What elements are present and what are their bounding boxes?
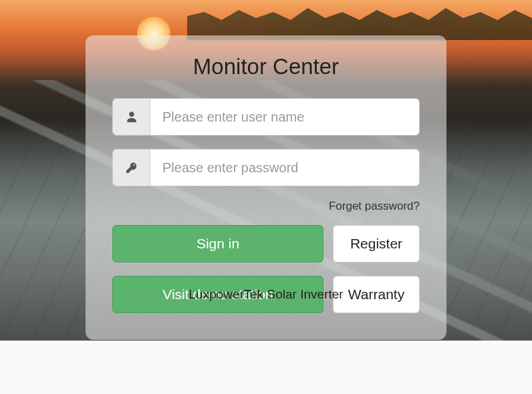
username-input[interactable] xyxy=(150,99,419,135)
register-button[interactable]: Register xyxy=(333,225,420,262)
login-card: Monitor Center Forget password? Sign in … xyxy=(86,35,446,340)
password-group xyxy=(112,149,420,186)
key-icon xyxy=(113,150,150,186)
sign-in-button[interactable]: Sign in xyxy=(112,225,323,262)
warranty-button[interactable]: Warranty xyxy=(333,276,420,313)
username-group xyxy=(112,98,420,136)
background-trees xyxy=(187,0,532,40)
user-icon xyxy=(113,99,150,135)
forgot-password-link[interactable]: Forget password? xyxy=(329,200,420,212)
page-title: Monitor Center xyxy=(112,54,420,79)
password-input[interactable] xyxy=(150,150,419,186)
visit-demo-button[interactable]: Visit demo station xyxy=(112,276,323,313)
button-row-primary: Sign in Register xyxy=(112,225,420,262)
forgot-row: Forget password? xyxy=(112,200,420,213)
button-row-secondary: Visit demo station Warranty xyxy=(112,276,420,313)
